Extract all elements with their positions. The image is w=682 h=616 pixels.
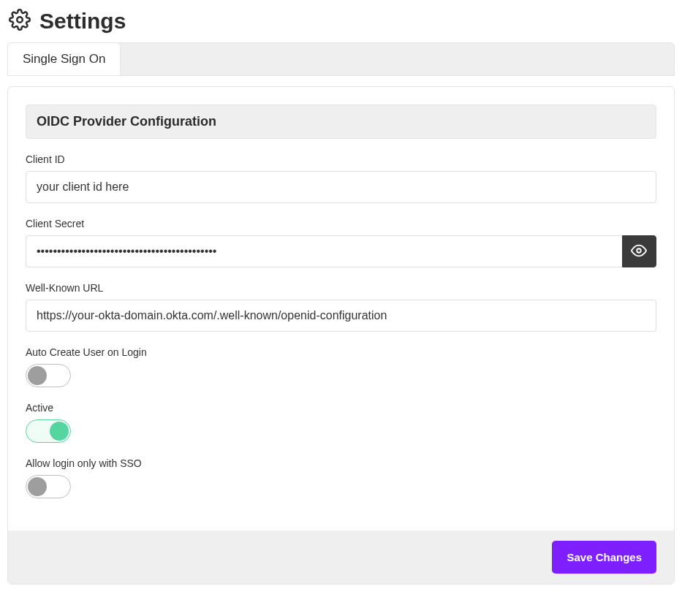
svg-point-0 xyxy=(17,17,23,23)
field-auto-create-user: Auto Create User on Login xyxy=(26,346,656,387)
field-client-secret: Client Secret xyxy=(26,218,656,267)
gear-icon xyxy=(9,9,31,34)
page-title: Settings xyxy=(39,9,126,34)
active-toggle[interactable] xyxy=(26,419,71,443)
save-button[interactable]: Save Changes xyxy=(552,541,656,574)
section-title: OIDC Provider Configuration xyxy=(26,104,656,139)
reveal-secret-button[interactable] xyxy=(622,235,656,267)
field-active: Active xyxy=(26,402,656,443)
toggle-knob xyxy=(28,366,47,385)
auto-create-user-label: Auto Create User on Login xyxy=(26,346,656,358)
well-known-url-label: Well-Known URL xyxy=(26,282,656,294)
field-sso-only: Allow login only with SSO xyxy=(26,457,656,498)
client-id-input[interactable] xyxy=(26,171,656,203)
client-id-label: Client ID xyxy=(26,153,656,165)
active-label: Active xyxy=(26,402,656,414)
toggle-knob xyxy=(50,422,69,441)
eye-icon xyxy=(631,243,647,261)
client-secret-input[interactable] xyxy=(26,235,622,267)
well-known-url-input[interactable] xyxy=(26,300,656,332)
svg-point-1 xyxy=(637,248,642,253)
tab-sso[interactable]: Single Sign On xyxy=(7,42,121,75)
auto-create-user-toggle[interactable] xyxy=(26,364,71,387)
client-secret-label: Client Secret xyxy=(26,218,656,229)
field-client-id: Client ID xyxy=(26,153,656,203)
sso-only-toggle[interactable] xyxy=(26,475,71,498)
field-well-known-url: Well-Known URL xyxy=(26,282,656,332)
sso-only-label: Allow login only with SSO xyxy=(26,457,656,469)
toggle-knob xyxy=(28,477,47,496)
page-header: Settings xyxy=(7,6,675,42)
tabs: Single Sign On xyxy=(7,42,675,76)
panel-footer: Save Changes xyxy=(8,531,674,584)
settings-panel: OIDC Provider Configuration Client ID Cl… xyxy=(7,86,675,585)
